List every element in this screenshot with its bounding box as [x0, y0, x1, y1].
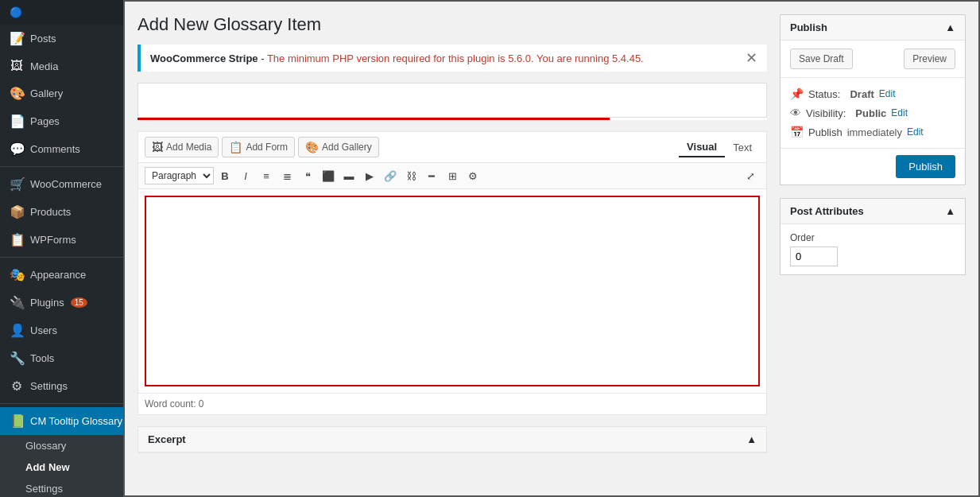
- sidebar-label-gallery: Gallery: [30, 87, 63, 99]
- plugins-badge: 15: [71, 297, 87, 308]
- sidebar-item-appearance[interactable]: 🎭 Appearance: [0, 261, 123, 289]
- editor-format-bar: Paragraph B I ≡ ≣ ❝ ⬛ ▬ ▶ 🔗 ⛓ ━ ⊞ ⚙ ⤢: [138, 163, 766, 189]
- pages-icon: 📄: [10, 114, 24, 129]
- sidebar-item-tools[interactable]: 🔧 Tools: [0, 344, 123, 372]
- unlink-button[interactable]: ⛓: [401, 166, 420, 185]
- preview-button[interactable]: Preview: [904, 49, 955, 69]
- content-area: Add New Glossary Item WooCommerce Stripe…: [125, 2, 780, 495]
- sidebar-item-cm-tooltip[interactable]: 📗 CM Tooltip Glossary: [0, 407, 123, 435]
- sidebar-label-woocommerce: WooCommerce: [30, 178, 102, 190]
- notice-text: WooCommerce Stripe - The minimum PHP ver…: [150, 52, 746, 64]
- tab-text[interactable]: Text: [725, 138, 760, 157]
- add-form-button[interactable]: 📋 Add Form: [222, 137, 295, 157]
- add-media-button[interactable]: 🖼 Add Media: [145, 137, 219, 157]
- main-area: Add New Glossary Item WooCommerce Stripe…: [123, 0, 980, 497]
- wp-icon: 🔵: [10, 6, 22, 18]
- excerpt-label: Excerpt: [148, 433, 186, 445]
- publish-time-row: 📅 Publish immediately Edit: [790, 122, 955, 142]
- sidebar-submenu: Glossary Add New Settings User Guide Upg…: [0, 435, 123, 497]
- divider-2: [0, 257, 123, 258]
- post-attributes-title: Post Attributes: [790, 205, 864, 217]
- publish-time-edit-link[interactable]: Edit: [907, 126, 924, 138]
- excerpt-header[interactable]: Excerpt ▲: [138, 427, 766, 452]
- submenu-glossary-label: Glossary: [25, 440, 66, 452]
- blockquote-button[interactable]: ❝: [298, 166, 317, 185]
- sidebar: 🔵 📝 Posts 🖼 Media 🎨 Gallery 📄 Pages 💬 Co…: [0, 0, 123, 497]
- sidebar-item-woocommerce[interactable]: 🛒 WooCommerce: [0, 170, 123, 198]
- sidebar-label-comments: Comments: [30, 143, 80, 155]
- publish-footer: Publish: [781, 148, 965, 184]
- sidebar-item-plugins[interactable]: 🔌 Plugins 15: [0, 289, 123, 316]
- add-form-icon: 📋: [229, 141, 242, 153]
- ordered-list-button[interactable]: ≣: [277, 166, 296, 185]
- word-count-area: Word count: 0: [138, 393, 766, 414]
- media-icon: 🖼: [10, 59, 24, 73]
- order-label: Order: [790, 232, 955, 243]
- horizontal-rule-button[interactable]: ━: [422, 166, 441, 185]
- sidebar-item-users[interactable]: 👤 Users: [0, 316, 123, 344]
- sidebar-item-wpforms[interactable]: 📋 WPForms: [0, 226, 123, 254]
- publish-box-header: Publish ▲: [781, 15, 965, 41]
- publish-meta: 📌 Status: Draft Edit 👁 Visibility: Publi…: [781, 78, 965, 148]
- submenu-settings[interactable]: Settings: [0, 478, 123, 497]
- status-icon: 📌: [790, 87, 804, 100]
- align-left-button[interactable]: ⬛: [319, 166, 338, 185]
- publish-collapse-icon[interactable]: ▲: [945, 21, 955, 33]
- title-input[interactable]: [138, 83, 767, 118]
- expand-button[interactable]: ⤢: [741, 166, 760, 185]
- add-media-label: Add Media: [166, 142, 211, 153]
- publish-box: Publish ▲ Save Draft Preview 📌 Status: D…: [780, 14, 966, 185]
- submenu-settings-label: Settings: [25, 483, 63, 495]
- align-center-button[interactable]: ▬: [339, 166, 358, 185]
- appearance-icon: 🎭: [10, 267, 24, 282]
- page-title: Add New Glossary Item: [138, 14, 767, 35]
- status-draft: Draft: [850, 88, 873, 100]
- sidebar-item-gallery[interactable]: 🎨 Gallery: [0, 80, 123, 107]
- woocommerce-icon: 🛒: [10, 177, 24, 192]
- divider-1: [0, 166, 123, 167]
- bold-button[interactable]: B: [215, 166, 234, 185]
- visibility-edit-link[interactable]: Edit: [891, 107, 908, 118]
- sidebar-item-comments[interactable]: 💬 Comments: [0, 135, 123, 163]
- editor-body[interactable]: [145, 196, 760, 386]
- sidebar-logo: 🔵: [0, 0, 123, 25]
- sidebar-item-products[interactable]: 📦 Products: [0, 198, 123, 226]
- notice-close-button[interactable]: ✕: [746, 51, 757, 65]
- post-attributes-collapse-icon[interactable]: ▲: [945, 205, 955, 217]
- notice-message: The minimum PHP version required for thi…: [267, 52, 644, 64]
- submenu-add-new[interactable]: Add New: [0, 456, 123, 478]
- title-underline: [138, 118, 610, 120]
- add-gallery-label: Add Gallery: [322, 142, 372, 153]
- sidebar-item-pages[interactable]: 📄 Pages: [0, 107, 123, 135]
- calendar-icon: 📅: [790, 126, 804, 138]
- link-button[interactable]: 🔗: [381, 166, 400, 185]
- sidebar-item-media[interactable]: 🖼 Media: [0, 52, 123, 80]
- save-draft-button[interactable]: Save Draft: [790, 49, 853, 69]
- format-select[interactable]: Paragraph: [145, 167, 214, 184]
- sidebar-item-posts[interactable]: 📝 Posts: [0, 25, 123, 52]
- excerpt-toggle-icon: ▲: [746, 433, 757, 445]
- publish-button[interactable]: Publish: [896, 155, 955, 178]
- word-count-value: 0: [199, 398, 204, 410]
- custom-button[interactable]: ⚙: [463, 166, 482, 185]
- add-gallery-button[interactable]: 🎨 Add Gallery: [298, 137, 379, 157]
- status-edit-link[interactable]: Edit: [879, 88, 896, 99]
- visibility-public: Public: [855, 107, 886, 119]
- add-gallery-icon: 🎨: [305, 141, 319, 153]
- notice-separator: -: [261, 52, 267, 64]
- align-right-button[interactable]: ▶: [360, 166, 379, 185]
- order-input[interactable]: [790, 247, 838, 266]
- notice-bar: WooCommerce Stripe - The minimum PHP ver…: [138, 45, 767, 72]
- submenu-glossary[interactable]: Glossary: [0, 435, 123, 456]
- italic-button[interactable]: I: [236, 166, 255, 185]
- sidebar-label-settings: Settings: [30, 380, 68, 392]
- right-sidebar: Publish ▲ Save Draft Preview 📌 Status: D…: [780, 2, 978, 495]
- sidebar-label-users: Users: [30, 324, 57, 336]
- notice-plugin: WooCommerce Stripe: [150, 52, 258, 64]
- view-tabs: Visual Text: [679, 138, 760, 157]
- unordered-list-button[interactable]: ≡: [257, 166, 276, 185]
- sidebar-label-posts: Posts: [30, 33, 56, 45]
- tab-visual[interactable]: Visual: [679, 138, 725, 157]
- sidebar-item-settings[interactable]: ⚙ Settings: [0, 372, 123, 400]
- table-button[interactable]: ⊞: [443, 166, 462, 185]
